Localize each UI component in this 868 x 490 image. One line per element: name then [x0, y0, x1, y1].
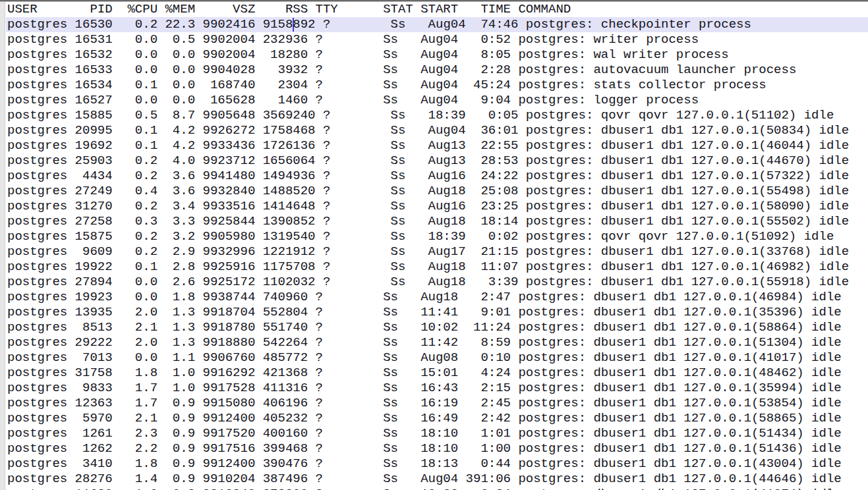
cell-start: 18:39 [420, 108, 465, 122]
cell-pid: 25903 [67, 153, 112, 168]
cell-pid: 16532 [67, 47, 112, 62]
process-row[interactable]: postgres 16534 0.1 0.0 168740 2304 ? Ss … [6, 78, 868, 93]
process-row[interactable]: postgres 16532 0.0 0.0 9902004 18280 ? S… [6, 47, 868, 63]
header-stat: STAT [376, 2, 413, 16]
cell-vsz: 9933516 [195, 199, 255, 213]
cell-tty: ? [308, 335, 376, 350]
cell-time: 0:02 [466, 229, 519, 244]
cell-rss: 390476 [255, 456, 308, 471]
cell-pid: 16531 [67, 32, 112, 47]
cell-cpu: 2.0 [113, 305, 158, 319]
process-row[interactable]: postgres 16530 0.2 22.3 9902416 9158892 … [6, 17, 868, 32]
cell-stat: Ss [383, 138, 420, 153]
cell-start: 18:10 [413, 441, 458, 456]
cell-time: 0:05 [466, 108, 519, 122]
process-row[interactable]: postgres 29222 2.0 1.3 9918880 542264 ? … [6, 335, 868, 350]
process-row[interactable]: postgres 8513 2.1 1.3 9918780 551740 ? S… [6, 320, 868, 335]
cell-user: postgres [7, 366, 67, 380]
process-row[interactable]: postgres 20995 0.1 4.2 9926272 1758468 ?… [6, 123, 868, 138]
process-row[interactable]: postgres 7013 0.0 1.1 9906760 485772 ? S… [6, 350, 868, 366]
cell-cpu: 0.3 [113, 214, 158, 229]
process-row[interactable]: postgres 12363 1.7 0.9 9915080 406196 ? … [6, 396, 868, 411]
process-row[interactable]: postgres 19923 0.0 1.8 9938744 740960 ? … [6, 290, 868, 305]
process-row[interactable]: postgres 5970 2.1 0.9 9912400 405232 ? S… [6, 411, 868, 426]
process-row[interactable]: postgres 9609 0.2 2.9 9932996 1221912 ? … [6, 244, 868, 259]
cell-mem: 1.3 [158, 320, 195, 335]
cell-tty: ? [308, 63, 376, 77]
cell-command: postgres: qovr qovr 127.0.0.1(51092) idl… [518, 229, 834, 244]
process-row[interactable]: postgres 28276 1.4 0.9 9910204 387496 ? … [6, 472, 868, 487]
process-row[interactable]: postgres 3410 1.8 0.9 9912400 390476 ? S… [6, 456, 868, 472]
process-row[interactable]: postgres 27249 0.4 3.6 9932840 1488520 ?… [6, 184, 868, 199]
process-row[interactable]: postgres 4434 0.2 3.6 9941480 1494936 ? … [6, 169, 868, 184]
cell-stat: Ss [376, 426, 413, 441]
cell-rss: 232936 [255, 32, 308, 47]
left-edge-gutter [0, 2, 5, 490]
cell-start: 16:49 [413, 411, 458, 425]
cell-mem: 0.0 [158, 63, 195, 77]
cell-pid: 15885 [67, 108, 112, 122]
cell-cpu: 0.0 [113, 63, 158, 77]
cell-rss: 1102032 [255, 275, 315, 289]
process-row[interactable]: postgres 16527 0.0 0.0 165628 1460 ? Ss … [6, 93, 868, 108]
cell-stat: Ss [376, 441, 413, 456]
cell-user: postgres [7, 32, 67, 47]
cell-user: postgres [7, 487, 67, 490]
cell-command: postgres: dbuser1 db1 127.0.0.1(41874) i… [511, 487, 842, 490]
process-row[interactable]: postgres 27258 0.3 3.3 9925844 1390852 ?… [6, 214, 868, 229]
cell-tty: ? [308, 366, 376, 380]
process-row[interactable]: postgres 27894 0.0 2.6 9925172 1102032 ?… [6, 275, 868, 290]
cell-command: postgres: dbuser1 db1 127.0.0.1(53854) i… [511, 396, 842, 410]
table-header-row[interactable]: USER PID %CPU %MEM VSZ RSS TTY STAT STAR… [6, 2, 868, 17]
header-rss: RSS [255, 2, 308, 16]
cell-cpu: 0.2 [113, 244, 158, 259]
process-row[interactable]: postgres 1262 2.2 0.9 9917516 399468 ? S… [6, 441, 868, 456]
cell-stat: Ss [376, 335, 413, 350]
cell-stat: Ss [376, 32, 413, 47]
cell-user: postgres [7, 229, 67, 244]
cell-pid: 16530 [67, 17, 112, 32]
cell-mem: 1.0 [158, 366, 195, 380]
process-row[interactable]: postgres 13935 2.0 1.3 9918704 552804 ? … [6, 305, 868, 320]
cell-stat: Ss [376, 305, 413, 319]
cell-pid: 13935 [67, 305, 112, 319]
process-row[interactable]: postgres 16531 0.0 0.5 9902004 232936 ? … [6, 32, 868, 47]
process-row[interactable]: postgres 19922 0.1 2.8 9925916 1175708 ?… [6, 259, 868, 275]
cell-rss: 411316 [255, 381, 308, 395]
process-row[interactable]: postgres 31270 0.2 3.4 9933516 1414648 ?… [6, 199, 868, 214]
process-row[interactable]: postgres 16533 0.0 0.0 9904028 3932 ? Ss… [6, 63, 868, 78]
cell-vsz: 9910204 [195, 472, 255, 486]
header-user: USER [7, 2, 67, 16]
cell-pid: 1261 [67, 426, 112, 441]
process-row[interactable]: postgres 19692 0.1 4.2 9933436 1726136 ?… [6, 138, 868, 153]
cell-tty: ? [316, 153, 384, 168]
ps-aux-output[interactable]: USER PID %CPU %MEM VSZ RSS TTY STAT STAR… [6, 2, 868, 490]
cell-command: postgres: dbuser1 db1 127.0.0.1(50834) i… [518, 123, 849, 138]
cell-command: postgres: dbuser1 db1 127.0.0.1(55918) i… [518, 275, 849, 289]
process-row[interactable]: postgres 25903 0.2 4.0 9923712 1656064 ?… [6, 153, 868, 169]
cell-mem: 3.6 [158, 184, 195, 198]
cell-vsz: 9918880 [195, 335, 255, 350]
cell-user: postgres [7, 350, 67, 365]
process-row[interactable]: postgres 15885 0.5 8.7 9905648 3569240 ?… [6, 108, 868, 123]
cell-mem: 1.0 [158, 381, 195, 395]
cell-command: postgres: logger process [511, 93, 699, 107]
process-row[interactable]: postgres 15875 0.2 3.2 9905980 1319540 ?… [6, 229, 868, 244]
cell-tty: ? [316, 108, 384, 122]
cell-tty: ? [308, 487, 376, 490]
cell-time: 21:15 [466, 244, 519, 259]
cell-start: Aug04 [413, 32, 458, 47]
cell-user: postgres [7, 108, 67, 122]
cell-stat: Ss [376, 487, 413, 490]
cell-rss: 1656064 [255, 153, 315, 168]
cell-rss: 1319540 [255, 229, 315, 244]
cell-rss: 9158892 [255, 17, 315, 32]
cell-rss: 1414648 [255, 199, 315, 213]
cell-stat: Ss [376, 290, 413, 304]
process-row-partial[interactable]: postgres 11638 1.8 0.9 9912940 379300 ? … [6, 487, 868, 490]
process-row[interactable]: postgres 31758 1.8 1.0 9916292 421368 ? … [6, 366, 868, 381]
process-row[interactable]: postgres 9833 1.7 1.0 9917528 411316 ? S… [6, 381, 868, 396]
cell-start: Aug18 [420, 184, 465, 198]
cell-cpu: 2.1 [113, 320, 158, 335]
process-row[interactable]: postgres 1261 2.3 0.9 9917520 400160 ? S… [6, 426, 868, 441]
